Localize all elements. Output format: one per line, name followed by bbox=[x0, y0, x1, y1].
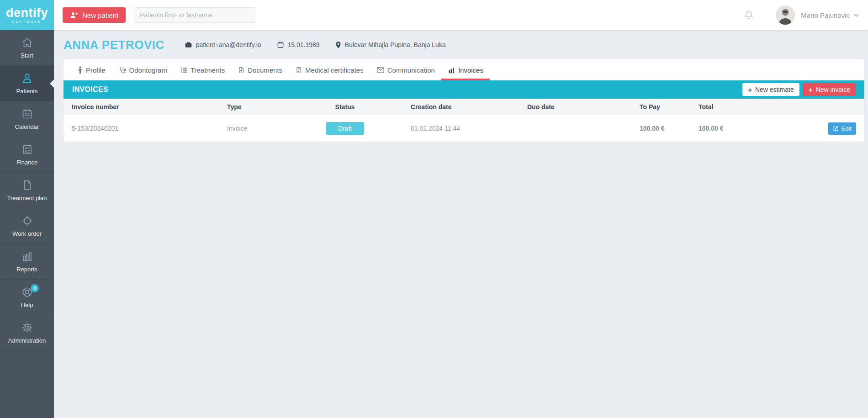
cell-type: Invoice bbox=[219, 115, 287, 142]
invoices-table: Invoice number Type Status Creation date… bbox=[64, 99, 864, 142]
sidebar-item-label: Help bbox=[21, 302, 33, 308]
sidebar-item-label: Reports bbox=[16, 266, 37, 273]
notifications-bell-icon[interactable] bbox=[744, 10, 754, 21]
sidebar-item-label: Patients bbox=[16, 88, 38, 95]
patient-meta: patient+ana@dentify.io 15.01.1989 Bul bbox=[185, 41, 446, 49]
sidebar-item-calendar[interactable]: Calendar bbox=[0, 101, 54, 137]
patient-email: patient+ana@dentify.io bbox=[185, 41, 261, 48]
person-icon bbox=[77, 66, 83, 74]
map-marker-icon bbox=[335, 41, 341, 49]
sidebar-item-treatment-plan[interactable]: Treatment plan bbox=[0, 173, 54, 208]
file-icon bbox=[21, 179, 33, 191]
col-to-pay: To Pay bbox=[631, 99, 690, 115]
certificate-icon bbox=[295, 66, 302, 74]
sidebar-item-label: Treatment plan bbox=[7, 195, 47, 201]
list-icon bbox=[180, 66, 188, 74]
col-actions bbox=[768, 99, 864, 115]
sidebar-item-finance[interactable]: Finance bbox=[0, 137, 54, 173]
patient-birth-date: 15.01.1989 bbox=[277, 41, 320, 48]
col-status: Status bbox=[287, 99, 402, 115]
col-type: Type bbox=[219, 99, 287, 115]
tab-medical-certificates[interactable]: Medical certificates bbox=[289, 59, 370, 80]
sidebar-item-patients[interactable]: Patients bbox=[0, 66, 54, 101]
topbar-right: Mario Pajunovic bbox=[744, 5, 868, 25]
patient-search-input[interactable] bbox=[134, 7, 255, 23]
tab-invoices[interactable]: Invoices bbox=[441, 59, 490, 80]
user-avatar[interactable] bbox=[776, 5, 795, 25]
app-logo[interactable]: dentify SOFTWARE bbox=[0, 0, 54, 30]
patient-address-text: Bulevar Mihajla Pupina, Banja Luka bbox=[345, 41, 446, 48]
calendar-icon bbox=[21, 108, 33, 120]
new-estimate-button[interactable]: + New estimate bbox=[742, 83, 799, 96]
plus-icon: + bbox=[809, 86, 813, 93]
sidebar-item-label: Finance bbox=[16, 159, 37, 166]
sidebar-item-label: Administration bbox=[8, 337, 46, 344]
col-invoice-number: Invoice number bbox=[64, 99, 219, 115]
sidebar: Start Patients Calendar bbox=[0, 30, 54, 418]
cell-invoice-number: 5-153/20240201 bbox=[64, 115, 219, 142]
bar-chart-icon bbox=[21, 250, 33, 263]
topbar: dentify SOFTWARE New patient bbox=[0, 0, 868, 30]
user-plus-icon bbox=[70, 11, 78, 19]
logo-subtext: SOFTWARE bbox=[12, 20, 42, 23]
cell-actions: Edit bbox=[768, 115, 864, 142]
cell-total: 100.00 € bbox=[690, 115, 768, 142]
tab-treatments[interactable]: Treatments bbox=[174, 59, 231, 80]
cell-duo-date bbox=[519, 115, 631, 142]
tab-label: Odontogram bbox=[129, 66, 167, 74]
tab-documents[interactable]: Documents bbox=[231, 59, 289, 80]
target-icon bbox=[21, 215, 33, 227]
tab-label: Treatments bbox=[191, 66, 225, 74]
tab-label: Communication bbox=[387, 66, 435, 74]
cell-to-pay: 100.00 € bbox=[631, 115, 690, 142]
patient-header: ANNA PETROVIC patient+ana@dentify.io bbox=[54, 30, 868, 59]
plus-icon: + bbox=[748, 86, 752, 93]
help-badge: 0 bbox=[31, 284, 39, 292]
sidebar-item-work-order[interactable]: Work order bbox=[0, 208, 54, 244]
col-creation-date: Creation date bbox=[402, 99, 519, 115]
sidebar-item-label: Work order bbox=[12, 230, 42, 237]
col-total: Total bbox=[690, 99, 768, 115]
new-patient-button[interactable]: New patient bbox=[63, 7, 126, 23]
patient-name: ANNA PETROVIC bbox=[64, 38, 164, 52]
tab-label: Profile bbox=[86, 66, 106, 74]
sidebar-item-start[interactable]: Start bbox=[0, 30, 54, 66]
sidebar-item-administration[interactable]: Administration bbox=[0, 315, 54, 351]
edit-icon bbox=[833, 126, 839, 132]
status-badge: Draft bbox=[326, 122, 364, 135]
patient-email-text: patient+ana@dentify.io bbox=[196, 41, 261, 48]
col-duo-date: Duo date bbox=[519, 99, 631, 115]
invoices-section-bar: INVOICES + New estimate + New invoice bbox=[64, 80, 864, 99]
cell-creation-date: 01.02.2024 11:44 bbox=[402, 115, 519, 142]
tab-communication[interactable]: Communication bbox=[370, 59, 441, 80]
envelope-icon bbox=[376, 67, 385, 74]
tab-label: Medical certificates bbox=[305, 66, 364, 74]
edit-invoice-button[interactable]: Edit bbox=[828, 122, 856, 135]
sidebar-item-label: Start bbox=[21, 52, 33, 59]
tab-profile[interactable]: Profile bbox=[71, 59, 112, 80]
tab-label: Invoices bbox=[458, 66, 483, 74]
table-row: 5-153/20240201 Invoice Draft 01.02.2024 … bbox=[64, 115, 864, 142]
calendar-small-icon bbox=[277, 41, 284, 48]
home-icon bbox=[21, 37, 33, 49]
sidebar-item-reports[interactable]: Reports bbox=[0, 244, 54, 280]
user-name[interactable]: Mario Pajunovic bbox=[801, 11, 850, 19]
patient-address: Bulevar Mihajla Pupina, Banja Luka bbox=[335, 41, 446, 49]
chevron-down-icon[interactable] bbox=[854, 14, 859, 17]
main-content: ANNA PETROVIC patient+ana@dentify.io bbox=[54, 30, 868, 142]
edit-label: Edit bbox=[842, 125, 852, 132]
cell-status: Draft bbox=[287, 115, 402, 142]
new-invoice-button[interactable]: + New invoice bbox=[803, 83, 856, 96]
invoices-chart-icon bbox=[448, 66, 455, 74]
patient-birth-date-text: 15.01.1989 bbox=[288, 41, 320, 48]
sidebar-item-help[interactable]: 0 Help bbox=[0, 280, 54, 315]
tab-label: Documents bbox=[248, 66, 282, 74]
stethoscope-icon bbox=[118, 66, 127, 74]
patient-card: Profile Odontogram bbox=[64, 59, 864, 142]
new-invoice-label: New invoice bbox=[816, 86, 850, 93]
patients-icon bbox=[21, 72, 33, 85]
calculator-icon bbox=[21, 143, 33, 156]
invoices-title: INVOICES bbox=[72, 85, 108, 94]
new-estimate-label: New estimate bbox=[755, 86, 794, 93]
tab-odontogram[interactable]: Odontogram bbox=[112, 59, 174, 80]
